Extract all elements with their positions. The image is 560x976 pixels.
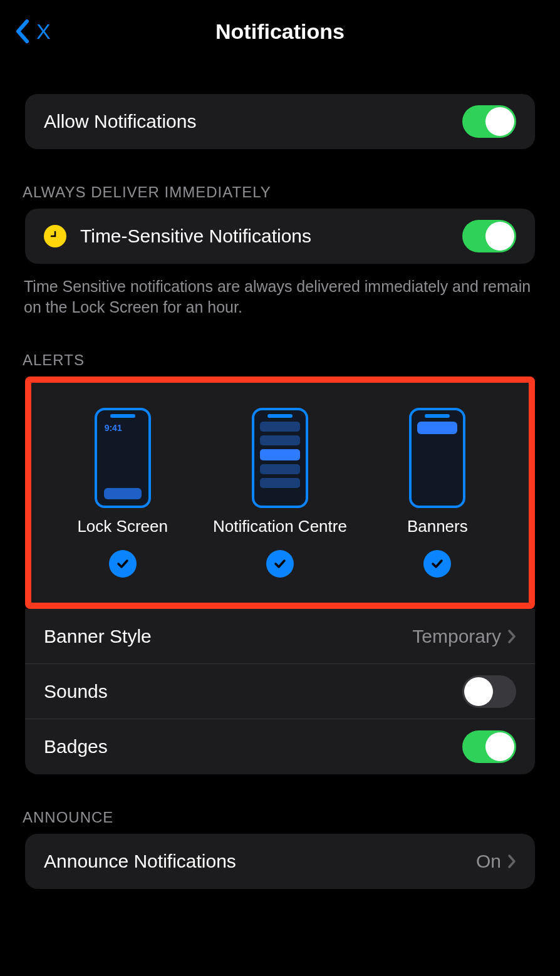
time-sensitive-toggle[interactable] [462, 220, 516, 252]
allow-notifications-label: Allow Notifications [44, 111, 462, 132]
alert-types-highlight: 9:41 Lock Screen [25, 376, 535, 609]
nav-bar: X Notifications [0, 0, 560, 63]
allow-notifications-toggle[interactable] [462, 105, 516, 138]
sounds-label: Sounds [44, 681, 462, 702]
alert-option-lock-screen[interactable]: 9:41 Lock Screen [44, 408, 200, 578]
badges-toggle[interactable] [462, 730, 516, 763]
page-title: Notifications [0, 19, 560, 44]
banners-preview-icon [409, 408, 465, 508]
banner-style-value: Temporary [412, 626, 501, 647]
time-sensitive-label: Time-Sensitive Notifications [80, 226, 462, 247]
allow-group: Allow Notifications [25, 94, 535, 149]
sounds-row: Sounds [25, 664, 535, 719]
chevron-left-icon [15, 19, 29, 43]
sounds-toggle[interactable] [462, 675, 516, 708]
alert-label-notification-centre: Notification Centre [213, 517, 347, 536]
chevron-right-icon [507, 854, 516, 869]
alert-option-banners[interactable]: Banners [360, 408, 516, 578]
lock-screen-preview-icon: 9:41 [95, 408, 151, 508]
alert-label-banners: Banners [407, 517, 468, 536]
notification-centre-preview-icon [252, 408, 308, 508]
banner-style-row[interactable]: Banner Style Temporary [25, 609, 535, 664]
announce-notifications-value: On [476, 851, 501, 872]
settings-screen: X Notifications Allow Notifications ALWA… [0, 0, 560, 901]
alert-option-notification-centre[interactable]: Notification Centre [202, 408, 358, 578]
chevron-right-icon [507, 629, 516, 644]
alerts-header: ALERTS [23, 351, 560, 369]
checkmark-icon [266, 550, 294, 578]
time-sensitive-footer: Time Sensitive notifications are always … [24, 276, 536, 317]
banner-style-label: Banner Style [44, 626, 412, 647]
announce-notifications-row[interactable]: Announce Notifications On [25, 834, 535, 889]
clock-icon [44, 225, 66, 247]
always-deliver-group: Time-Sensitive Notifications [25, 209, 535, 264]
back-label: X [36, 19, 51, 44]
announce-notifications-label: Announce Notifications [44, 851, 476, 872]
badges-label: Badges [44, 736, 462, 757]
preview-time: 9:41 [105, 423, 122, 433]
badges-row: Badges [25, 719, 535, 774]
checkmark-icon [109, 550, 137, 578]
announce-group: Announce Notifications On [25, 834, 535, 889]
checkmark-icon [423, 550, 451, 578]
allow-notifications-row: Allow Notifications [25, 94, 535, 149]
alerts-settings-group: Banner Style Temporary Sounds Badges [25, 609, 535, 774]
back-button[interactable]: X [0, 19, 51, 44]
time-sensitive-row: Time-Sensitive Notifications [25, 209, 535, 264]
always-deliver-header: ALWAYS DELIVER IMMEDIATELY [23, 184, 560, 201]
alert-label-lock-screen: Lock Screen [77, 517, 168, 536]
alert-types-row: 9:41 Lock Screen [44, 408, 516, 578]
announce-header: ANNOUNCE [23, 809, 560, 826]
